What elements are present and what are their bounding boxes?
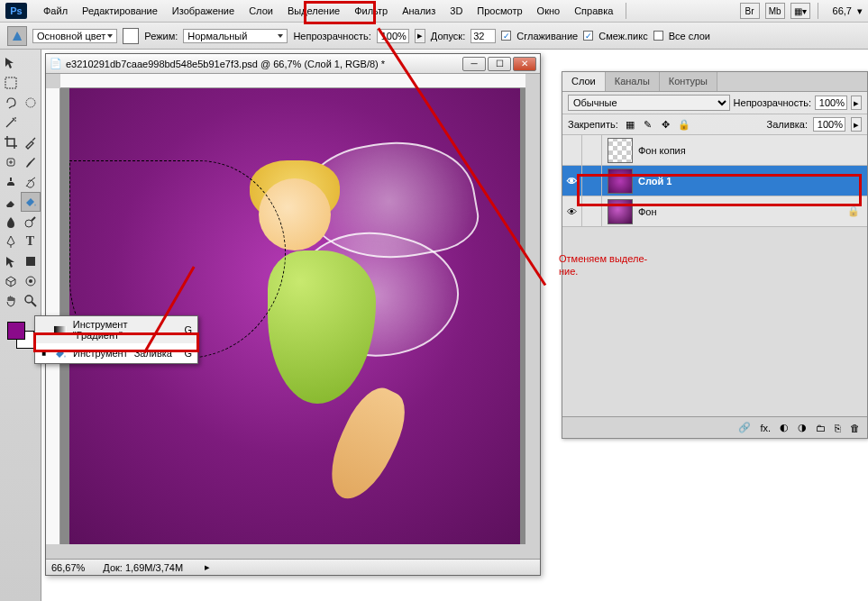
hand-tool[interactable]	[1, 291, 21, 311]
layer-thumbnail[interactable]	[608, 138, 633, 163]
shape-tool[interactable]	[21, 251, 41, 271]
link-cell[interactable]	[582, 166, 602, 196]
foreground-swatch[interactable]	[123, 28, 139, 44]
visibility-toggle[interactable]: 👁	[562, 196, 582, 226]
opacity-slider-button[interactable]: ▸	[415, 29, 425, 43]
clone-stamp-tool[interactable]	[1, 172, 21, 192]
zoom-tool[interactable]	[21, 291, 41, 311]
visibility-toggle[interactable]	[562, 135, 582, 165]
menu-layers[interactable]: Слои	[242, 2, 280, 20]
menu-edit[interactable]: Редактирование	[75, 2, 165, 20]
type-tool[interactable]: T	[21, 232, 41, 251]
blend-mode-select[interactable]: Обычные	[568, 95, 730, 111]
paths-tab[interactable]: Контуры	[660, 72, 717, 91]
menu-3d[interactable]: 3D	[443, 2, 470, 20]
menu-view[interactable]: Просмотр	[470, 2, 529, 20]
contiguous-checkbox[interactable]: ✓	[583, 31, 593, 41]
bucket-tool[interactable]	[21, 192, 41, 212]
layer-row[interactable]: 👁 Фон 🔒	[562, 196, 867, 227]
eraser-tool[interactable]	[1, 192, 21, 212]
layer-opacity-slider[interactable]: ▸	[851, 96, 862, 110]
layer-row[interactable]: Фон копия	[562, 135, 867, 166]
layer-name[interactable]: Фон	[638, 206, 657, 217]
lock-icon: 🔒	[847, 205, 860, 217]
layer-row[interactable]: 👁 Слой 1	[562, 166, 867, 196]
bridge-button[interactable]: Br	[740, 3, 760, 19]
layer-thumbnail[interactable]	[608, 168, 633, 194]
lock-position-icon[interactable]: ✥	[660, 118, 672, 131]
marquee-tool[interactable]	[1, 73, 21, 93]
3d-tool[interactable]	[1, 271, 21, 291]
main-menubar: Ps Файл Редактирование Изображение Слои …	[0, 0, 868, 23]
all-layers-checkbox[interactable]	[653, 31, 663, 41]
screen-mode-button[interactable]: ▦▾	[790, 3, 810, 19]
layers-tab[interactable]: Слои	[562, 72, 606, 91]
tolerance-input[interactable]: 32	[471, 29, 496, 43]
zoom-caret-icon[interactable]: ▾	[857, 5, 863, 17]
mask-icon[interactable]: ◐	[780, 422, 789, 433]
menu-image[interactable]: Изображение	[165, 2, 242, 20]
group-icon[interactable]: 🗀	[816, 423, 826, 433]
brush-tool[interactable]	[21, 152, 41, 172]
menu-window[interactable]: Окно	[530, 2, 568, 20]
dodge-tool[interactable]	[21, 212, 41, 232]
menu-file[interactable]: Файл	[36, 2, 75, 20]
flyout-item-gradient[interactable]: Инструмент "Градиент" G	[35, 316, 197, 343]
path-select-tool[interactable]	[1, 251, 21, 271]
current-tool-icon[interactable]	[7, 26, 27, 46]
link-cell[interactable]	[582, 196, 602, 226]
lasso-tool[interactable]	[1, 93, 21, 113]
crop-tool[interactable]	[1, 132, 21, 152]
blur-tool[interactable]	[1, 212, 21, 232]
delete-layer-icon[interactable]: 🗑	[850, 423, 860, 433]
fill-input[interactable]: 100%	[813, 117, 845, 132]
bucket-tool-flyout: Инструмент "Градиент" G ■ Инструмент "За…	[34, 315, 198, 364]
foreground-color[interactable]	[7, 322, 25, 340]
fx-icon[interactable]: fx.	[760, 423, 771, 433]
zoom-display[interactable]: 66,7	[833, 5, 852, 16]
history-brush-tool[interactable]	[21, 172, 41, 192]
lock-transparency-icon[interactable]: ▦	[624, 118, 636, 131]
visibility-toggle[interactable]: 👁	[562, 166, 582, 196]
new-layer-icon[interactable]: ⎘	[835, 423, 841, 433]
magic-wand-tool[interactable]	[1, 113, 21, 132]
maximize-button[interactable]: ☐	[488, 57, 511, 71]
fill-slider[interactable]: ▸	[851, 117, 862, 132]
adjustment-icon[interactable]: ◑	[798, 422, 807, 433]
blend-mode-dropdown[interactable]: Нормальный	[183, 29, 288, 43]
move-tool[interactable]	[1, 53, 21, 73]
pen-tool[interactable]	[1, 232, 21, 251]
horizontal-ruler[interactable]	[60, 74, 525, 88]
menu-help[interactable]: Справка	[567, 2, 620, 20]
layer-opacity-input[interactable]: 100%	[815, 96, 847, 110]
lock-pixels-icon[interactable]: ✎	[642, 118, 654, 131]
healing-tool[interactable]	[1, 152, 21, 172]
document-titlebar[interactable]: 📄 e3210291db7caae998bd548e5b91e7f3.psd @…	[46, 54, 540, 74]
quick-select-tool[interactable]	[21, 93, 41, 113]
channels-tab[interactable]: Каналы	[606, 72, 660, 91]
lock-all-icon[interactable]: 🔒	[678, 118, 690, 131]
minibridge-button[interactable]: Mb	[765, 3, 785, 19]
menu-select[interactable]: Выделение	[280, 2, 347, 20]
doc-size-info[interactable]: Док: 1,69M/3,74M	[103, 562, 183, 573]
antialias-checkbox[interactable]: ✓	[501, 31, 511, 41]
minimize-button[interactable]: ─	[462, 57, 486, 71]
menu-analysis[interactable]: Анализ	[395, 2, 443, 20]
close-button[interactable]: ✕	[513, 57, 536, 71]
fill-source-dropdown[interactable]: Основной цвет	[32, 29, 117, 43]
layers-footer: 🔗 fx. ◐ ◑ 🗀 ⎘ 🗑	[562, 416, 867, 438]
selected-mark: ■	[41, 350, 48, 358]
layer-name[interactable]: Фон копия	[638, 145, 686, 156]
color-swatches[interactable]	[7, 322, 34, 349]
svg-rect-4	[26, 257, 35, 266]
eyedropper-tool[interactable]	[21, 132, 41, 152]
3d-camera-tool[interactable]	[21, 271, 41, 291]
link-cell[interactable]	[582, 135, 602, 165]
link-layers-icon[interactable]: 🔗	[738, 422, 751, 433]
zoom-percent[interactable]: 66,67%	[51, 562, 85, 573]
layer-name[interactable]: Слой 1	[638, 176, 672, 187]
layer-thumbnail[interactable]	[608, 199, 633, 224]
menu-filter[interactable]: Фильтр	[347, 2, 395, 20]
svg-point-3	[25, 220, 32, 227]
flyout-item-bucket[interactable]: ■ Инструмент "Заливка" G	[35, 343, 197, 363]
